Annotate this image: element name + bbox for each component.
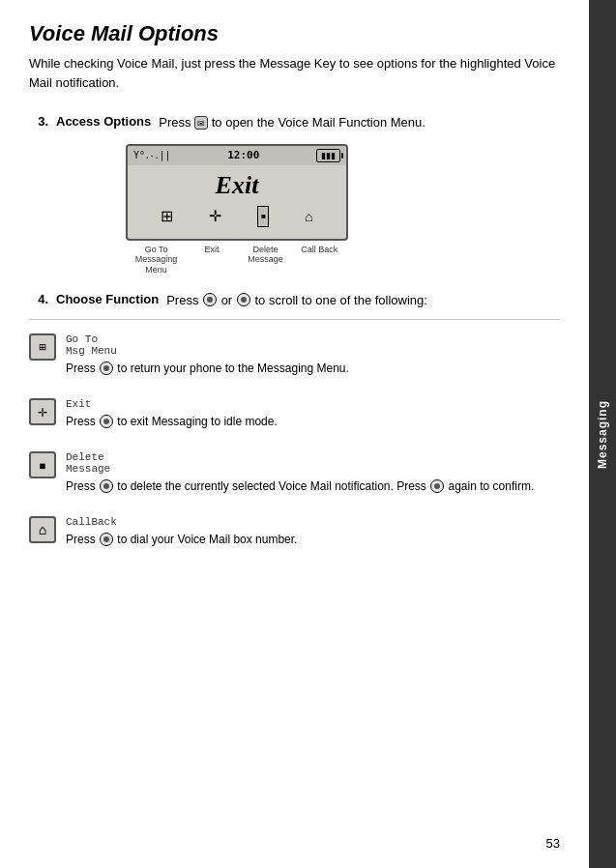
step-4-desc: Press or to scroll to one of the followi… [159,291,560,310]
phone-battery: ▮▮▮ [316,149,340,162]
step-3-label: Access Options [56,113,151,132]
page-title: Voice Mail Options [29,21,560,46]
exit-name: Exit [66,398,560,410]
phone-status-bar: Y°.-.|| 12:00 ▮▮▮ [128,146,346,165]
step-4-number: 4. [29,291,56,310]
down-btn [237,293,250,306]
function-delete: ▪ DeleteMessage Press to delete the curr… [29,451,560,501]
sidebar-tab: Messaging [589,0,616,868]
exit-text: Exit Press to exit Messaging to idle mod… [66,398,560,430]
phone-icon-callback: ⌂ [305,209,312,224]
phone-main-text: Exit [128,165,346,202]
goto-desc: Press to return your phone to the Messag… [66,362,349,375]
delete-btn1 [100,479,113,493]
step-3-desc: Press ✉ to open the Voice Mail Function … [151,113,560,132]
page-container: Voice Mail Options While checking Voice … [0,0,616,868]
delete-text: DeleteMessage Press to delete the curren… [66,451,560,495]
phone-icons-row: ⊞ ✛ ▪ ⌂ [128,202,346,231]
phone-icon-goto: ⊞ [161,207,173,225]
goto-text: Go ToMsg Menu Press to return your phone… [66,333,560,377]
delete-desc: Press to delete the currently selected V… [66,479,534,493]
main-content: Voice Mail Options While checking Voice … [0,0,589,868]
label-goto: Go ToMessagingMenu [135,245,178,275]
goto-btn [100,362,113,375]
exit-icon: ✛ [29,398,56,425]
phone-signal: Y°.-.|| [133,150,171,160]
function-callback: ⌂ CallBack Press to dial your Voice Mail… [29,516,560,554]
step-4-label: Choose Function [56,291,159,310]
up-btn [203,293,217,306]
exit-btn [100,415,113,428]
label-callback: Call Back [300,245,338,275]
exit-desc: Press to exit Messaging to idle mode. [66,415,278,428]
page-number: 53 [546,836,560,851]
label-exit: Exit [192,245,231,275]
callback-name: CallBack [66,516,560,528]
intro-text: While checking Voice Mail, just press th… [29,54,560,92]
phone-screen: Y°.-.|| 12:00 ▮▮▮ Exit ⊞ ✛ ▪ ⌂ Go ToMess… [126,144,348,275]
label-delete: DeleteMessage [247,245,285,275]
phone-icon-delete: ▪ [257,206,269,227]
callback-btn [100,533,113,546]
function-goto: ⊞ Go ToMsg Menu Press to return your pho… [29,333,560,383]
step-3-number: 3. [29,113,56,132]
function-exit: ✛ Exit Press to exit Messaging to idle m… [29,398,560,436]
sidebar-label: Messaging [596,400,609,469]
callback-text: CallBack Press to dial your Voice Mail b… [66,516,560,548]
divider [29,319,560,320]
goto-icon: ⊞ [29,333,56,361]
delete-btn2 [430,479,444,493]
phone-icon-exit: ✛ [209,207,221,225]
callback-icon: ⌂ [29,516,56,543]
goto-name: Go ToMsg Menu [66,333,560,357]
phone-display: Y°.-.|| 12:00 ▮▮▮ Exit ⊞ ✛ ▪ ⌂ [126,144,348,241]
callback-desc: Press to dial your Voice Mail box number… [66,533,297,546]
function-items: ⊞ Go ToMsg Menu Press to return your pho… [29,333,560,553]
phone-time: 12:00 [227,149,259,161]
step-4-row: 4. Choose Function Press or to scroll to… [29,291,560,310]
message-key-icon: ✉ [194,116,208,130]
step-3-row: 3. Access Options Press ✉ to open the Vo… [29,113,560,132]
delete-icon: ▪ [29,451,56,478]
phone-screen-labels: Go ToMessagingMenu Exit DeleteMessage Ca… [126,245,348,275]
delete-name: DeleteMessage [66,451,560,475]
